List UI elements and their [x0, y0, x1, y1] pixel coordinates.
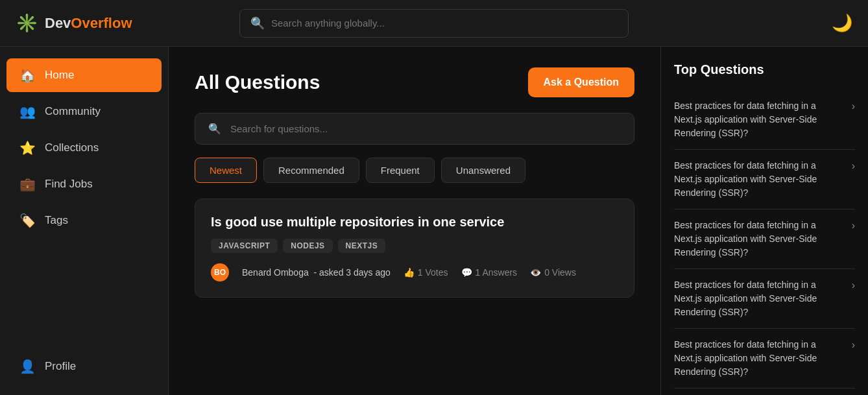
- question-meta: BO Benard Omboga - asked 3 days ago 👍 1 …: [211, 263, 618, 281]
- header: ✳️ DevOverflow 🔍 🌙: [0, 0, 868, 47]
- top-question-text: Best practices for data fetching in a Ne…: [674, 278, 845, 319]
- sidebar-item-find-jobs[interactable]: 💼 Find Jobs: [6, 167, 162, 201]
- logo-icon: ✳️: [16, 12, 38, 34]
- author-name: Benard Omboga - asked 3 days ago: [242, 267, 391, 278]
- page-header: All Questions Ask a Question: [195, 67, 634, 97]
- views-stat: 👁️ 0 Views: [530, 267, 576, 278]
- top-question-item[interactable]: Best practices for data fetching in a Ne…: [674, 90, 855, 150]
- eye-icon: 👁️: [530, 267, 541, 278]
- top-question-text: Best practices for data fetching in a Ne…: [674, 159, 845, 200]
- sidebar-label-profile: Profile: [45, 360, 76, 373]
- logo-prefix: Dev: [45, 15, 71, 31]
- top-question-item[interactable]: Best practices for data fetching in a Ne…: [674, 269, 855, 329]
- theme-toggle-icon[interactable]: 🌙: [832, 13, 852, 33]
- chevron-right-icon: ›: [852, 220, 855, 232]
- sidebar-item-community[interactable]: 👥 Community: [6, 95, 162, 128]
- questions-search-bar[interactable]: 🔍: [195, 113, 634, 145]
- filter-tab-frequent[interactable]: Frequent: [366, 158, 435, 183]
- right-panel: Top Questions Best practices for data fe…: [660, 47, 868, 395]
- sidebar-item-collections[interactable]: ⭐ Collections: [6, 131, 162, 165]
- filter-tabs: Newest Recommended Frequent Unanswered: [195, 158, 634, 183]
- avatar: BO: [211, 263, 229, 281]
- question-card: Is good use multiple repositories in one…: [195, 198, 634, 298]
- chevron-right-icon: ›: [852, 339, 855, 351]
- filter-tab-unanswered[interactable]: Unanswered: [441, 158, 525, 183]
- tags-icon: 🏷️: [19, 213, 36, 228]
- questions-search-icon: 🔍: [208, 123, 221, 135]
- main-content: All Questions Ask a Question 🔍 Newest Re…: [169, 47, 660, 395]
- votes-stat: 👍 1 Votes: [404, 267, 448, 278]
- top-question-item[interactable]: Best practices for data fetching in a Ne…: [674, 209, 855, 269]
- sidebar-item-profile[interactable]: 👤 Profile: [6, 350, 162, 383]
- top-question-item[interactable]: Best practices for data fetching in a Ne…: [674, 329, 855, 389]
- app-name: DevOverflow: [45, 15, 132, 32]
- sidebar-label-find-jobs: Find Jobs: [45, 178, 93, 191]
- home-icon: 🏠: [19, 67, 36, 83]
- questions-search-input[interactable]: [230, 123, 621, 134]
- global-search-bar[interactable]: 🔍: [239, 9, 629, 38]
- layout: 🏠 Home 👥 Community ⭐ Collections 💼 Find …: [0, 47, 868, 395]
- chevron-right-icon: ›: [852, 280, 855, 291]
- question-title[interactable]: Is good use multiple repositories in one…: [211, 215, 618, 230]
- top-question-item[interactable]: Best practices for data fetching in a Ne…: [674, 150, 855, 209]
- sidebar-item-tags[interactable]: 🏷️ Tags: [6, 204, 162, 237]
- global-search-input[interactable]: [271, 18, 618, 29]
- answers-stat: 💬 1 Answers: [461, 267, 518, 278]
- top-question-text: Best practices for data fetching in a Ne…: [674, 338, 845, 379]
- chevron-right-icon: ›: [852, 160, 855, 172]
- sidebar: 🏠 Home 👥 Community ⭐ Collections 💼 Find …: [0, 47, 169, 395]
- community-icon: 👥: [19, 104, 36, 119]
- sidebar-item-home[interactable]: 🏠 Home: [6, 58, 162, 92]
- collections-icon: ⭐: [19, 140, 36, 156]
- thumbs-up-icon: 👍: [404, 267, 415, 278]
- sidebar-bottom: 👤 Profile: [0, 348, 168, 385]
- tag-nextjs[interactable]: NEXTJS: [338, 239, 386, 253]
- sidebar-label-tags: Tags: [45, 214, 68, 227]
- tag-list: JAVASCRIPT NODEJS NEXTJS: [211, 239, 618, 253]
- tag-javascript[interactable]: JAVASCRIPT: [211, 239, 278, 253]
- top-question-text: Best practices for data fetching in a Ne…: [674, 99, 845, 140]
- search-icon: 🔍: [250, 16, 265, 30]
- page-title: All Questions: [195, 71, 320, 93]
- profile-icon: 👤: [19, 359, 36, 374]
- sidebar-label-community: Community: [45, 105, 101, 118]
- tag-nodejs[interactable]: NODEJS: [283, 239, 332, 253]
- logo-suffix: Overflow: [71, 15, 132, 31]
- logo-area: ✳️ DevOverflow: [16, 12, 178, 34]
- comment-icon: 💬: [461, 267, 472, 278]
- top-questions-title: Top Questions: [674, 62, 855, 77]
- filter-tab-newest[interactable]: Newest: [195, 158, 257, 183]
- chevron-right-icon: ›: [852, 101, 855, 112]
- sidebar-label-home: Home: [45, 69, 74, 82]
- find-jobs-icon: 💼: [19, 176, 36, 192]
- header-right: 🌙: [690, 13, 852, 33]
- sidebar-label-collections: Collections: [45, 141, 99, 154]
- top-question-text: Best practices for data fetching in a Ne…: [674, 219, 845, 259]
- filter-tab-recommended[interactable]: Recommended: [263, 158, 359, 183]
- ask-question-button[interactable]: Ask a Question: [528, 67, 634, 97]
